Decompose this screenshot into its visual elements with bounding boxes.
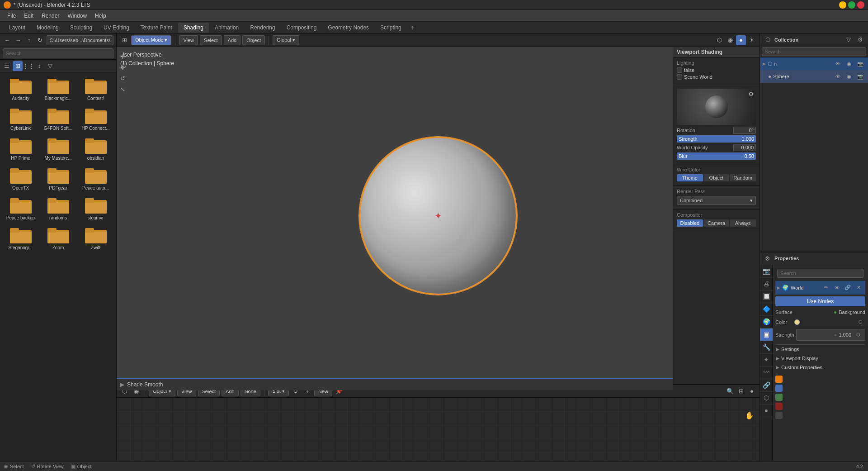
- list-item[interactable]: CyberLink: [3, 105, 38, 133]
- wire-random-btn[interactable]: Random: [730, 174, 756, 181]
- mat-slot-4[interactable]: [775, 403, 783, 410]
- blur-bar[interactable]: Blur 0.50: [677, 152, 756, 160]
- color-socket-icon[interactable]: ⬡: [855, 317, 865, 327]
- transform-global[interactable]: Global ▾: [273, 35, 299, 45]
- visibility-icon[interactable]: 👁: [833, 59, 843, 69]
- wire-object-btn[interactable]: Object: [703, 174, 730, 181]
- tab-animation[interactable]: Animation: [209, 23, 244, 33]
- tab-sculpting[interactable]: Sculpting: [65, 23, 98, 33]
- shading-wire-icon[interactable]: ⬡: [714, 35, 724, 45]
- compositor-camera-btn[interactable]: Camera: [703, 219, 730, 227]
- list-view-icon[interactable]: ☰: [2, 61, 12, 71]
- outliner-icon[interactable]: ⬡: [763, 35, 773, 45]
- list-item[interactable]: randoms: [40, 195, 76, 223]
- list-item[interactable]: Audacity: [3, 75, 38, 103]
- hand-cursor-icon[interactable]: ✋: [745, 411, 754, 420]
- prop-tab-particles[interactable]: ✦: [760, 354, 773, 366]
- tab-rendering[interactable]: Rendering: [245, 23, 280, 33]
- list-item[interactable]: Zwift: [78, 224, 113, 252]
- minimize-button[interactable]: −: [839, 1, 846, 9]
- properties-icon[interactable]: ⚙: [763, 253, 773, 263]
- use-nodes-button[interactable]: Use Nodes: [775, 296, 865, 306]
- sort-icon[interactable]: ↕: [34, 61, 44, 71]
- node-display-icon[interactable]: ●: [747, 386, 757, 396]
- file-search-input[interactable]: [3, 48, 113, 58]
- list-item[interactable]: PDFgear: [40, 165, 76, 193]
- render-pass-dropdown[interactable]: Combined ▾: [677, 196, 756, 205]
- prop-tab-data[interactable]: ⬡: [760, 392, 773, 404]
- prop-tab-material[interactable]: ●: [760, 404, 773, 417]
- node-canvas[interactable]: ✋: [117, 398, 760, 471]
- shading-material-icon[interactable]: ●: [736, 35, 746, 45]
- compositor-always-btn[interactable]: Always: [730, 219, 756, 227]
- scene-lights-row[interactable]: false: [677, 67, 756, 73]
- sphere-render-icon[interactable]: 📷: [855, 71, 865, 81]
- strength-field[interactable]: ● 1.000 ⬡: [796, 329, 865, 341]
- sphere-select-icon[interactable]: ◉: [844, 71, 854, 81]
- color-swatch[interactable]: [794, 319, 800, 325]
- settings-section-header[interactable]: ▶ Settings: [775, 345, 865, 354]
- render-icon[interactable]: 📷: [855, 59, 865, 69]
- add-menu[interactable]: Add: [224, 35, 241, 45]
- tab-uv-editing[interactable]: UV Editing: [98, 23, 135, 33]
- tab-modeling[interactable]: Modeling: [31, 23, 64, 33]
- list-item[interactable]: HP Prime: [3, 135, 38, 163]
- add-workspace-button[interactable]: +: [407, 22, 418, 33]
- rotate-tool-icon[interactable]: ↺: [118, 73, 127, 83]
- tab-texture-paint[interactable]: Texture Paint: [135, 23, 178, 33]
- compositor-group[interactable]: Disabled Camera Always: [677, 219, 756, 227]
- shading-solid-icon[interactable]: ◉: [725, 35, 735, 45]
- prop-tab-scene[interactable]: 🔷: [760, 303, 773, 316]
- mat-slot-3[interactable]: [775, 394, 783, 401]
- node-zoom-icon[interactable]: ⊞: [736, 386, 746, 396]
- list-item[interactable]: My Masterc...: [40, 135, 76, 163]
- wire-color-group[interactable]: Theme Object Random: [677, 174, 756, 181]
- cursor-tool-icon[interactable]: ✛: [118, 52, 127, 62]
- tab-shading[interactable]: Shading: [178, 23, 209, 33]
- scene-world-row[interactable]: Scene World: [677, 74, 756, 80]
- mat-slot-2[interactable]: [775, 385, 783, 392]
- list-item[interactable]: obsidian: [78, 135, 113, 163]
- maximize-button[interactable]: □: [848, 1, 855, 9]
- world-opacity-value[interactable]: 0.000: [733, 144, 756, 151]
- menu-edit[interactable]: Edit: [20, 12, 37, 20]
- collection-item[interactable]: ▶ ⬡ n 👁 ◉ 📷: [760, 57, 868, 70]
- tab-geometry-nodes[interactable]: Geometry Nodes: [322, 23, 374, 33]
- list-item[interactable]: Blackmagic...: [40, 75, 76, 103]
- prop-tab-constraints[interactable]: 🔗: [760, 379, 773, 392]
- gear-icon[interactable]: ⚙: [748, 90, 754, 98]
- file-path[interactable]: C:\Users\seb...\Documents\: [47, 35, 114, 45]
- list-item[interactable]: steamvr: [78, 195, 113, 223]
- viewport-mode-icon[interactable]: ⊞: [119, 35, 129, 45]
- tab-layout[interactable]: Layout: [4, 23, 31, 33]
- prop-tab-modifier[interactable]: 🔧: [760, 341, 773, 354]
- filter-icon[interactable]: ▽: [45, 61, 55, 71]
- scene-lights-checkbox[interactable]: [677, 67, 682, 73]
- list-item[interactable]: Peace backup: [3, 195, 38, 223]
- menu-help[interactable]: Help: [91, 12, 110, 20]
- list-item[interactable]: OpenTX: [3, 165, 38, 193]
- world-item[interactable]: ▶ 🌍 World ✏ 👁 🔗 ✕: [775, 281, 865, 295]
- scene-world-checkbox[interactable]: [677, 74, 682, 80]
- outliner-settings-icon[interactable]: ⚙: [855, 35, 865, 45]
- list-item[interactable]: HP Connect...: [78, 105, 113, 133]
- tab-scripting[interactable]: Scripting: [375, 23, 407, 33]
- refresh-icon[interactable]: ↻: [35, 35, 44, 45]
- grid-view-icon[interactable]: ⊞: [13, 61, 23, 71]
- scale-tool-icon[interactable]: ⤡: [118, 84, 127, 94]
- viewport-display-header[interactable]: ▶ Viewport Display: [775, 354, 865, 363]
- strength-bar[interactable]: Strength 1.000: [677, 135, 756, 143]
- prop-tab-view-layer[interactable]: 🔲: [760, 290, 773, 303]
- back-icon[interactable]: ←: [3, 35, 12, 45]
- world-del-icon[interactable]: ✕: [854, 283, 863, 293]
- exclude-icon[interactable]: ◉: [844, 59, 854, 69]
- list-item[interactable]: Peace auto...: [78, 165, 113, 193]
- object-mode-dropdown[interactable]: Object Mode ▾: [131, 35, 171, 45]
- columns-icon[interactable]: ⋮⋮: [24, 61, 33, 71]
- tab-compositing[interactable]: Compositing: [281, 23, 322, 33]
- viewport-canvas[interactable]: User Perspective (1) Collection | Sphere…: [117, 47, 760, 384]
- shading-rendered-icon[interactable]: ☀: [747, 35, 757, 45]
- outliner-search-input[interactable]: [762, 47, 866, 56]
- outliner-filter-icon[interactable]: ▽: [844, 35, 854, 45]
- list-item[interactable]: G4FON Soft...: [40, 105, 76, 133]
